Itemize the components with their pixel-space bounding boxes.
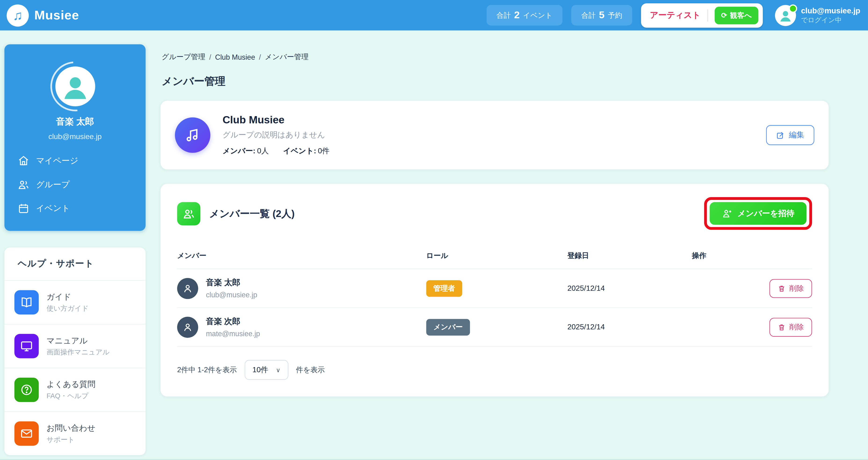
sidebar-item-events[interactable]: イベント (18, 203, 132, 214)
person-plus-icon (722, 208, 733, 219)
column-header-role: ロール (426, 251, 567, 261)
refresh-icon: ⟳ (721, 11, 727, 19)
member-table: メンバー ロール 登録日 操作 音楽 太郎 c (160, 242, 829, 347)
help-item-subtitle: 使い方ガイド (46, 304, 89, 313)
group-music-icon (175, 117, 210, 153)
main-content: グループ管理 / Club Musiee / メンバー管理 メンバー管理 Clu… (160, 44, 829, 455)
sidebar-item-label: イベント (36, 203, 70, 214)
reservations-total-badge[interactable]: 合計 5 予約 (571, 5, 632, 26)
delete-button-label: 削除 (789, 322, 804, 332)
role-switcher: アーティスト ⟳ 観客へ (641, 3, 763, 27)
help-item-faq[interactable]: よくある質問 FAQ・ヘルプ (4, 368, 146, 411)
member-list-title: メンバー一覧 (2人) (209, 207, 704, 220)
help-item-title: マニュアル (46, 335, 110, 346)
registration-date: 2025/12/14 (567, 284, 692, 292)
edit-pencil-icon (776, 131, 784, 139)
member-avatar (177, 316, 198, 338)
page-title: メンバー管理 (162, 74, 829, 89)
table-row: 音楽 次郎 mate@musiee.jp メンバー 2025/12/14 削除 (177, 308, 812, 347)
person-icon (182, 283, 193, 294)
group-name: Club Musiee (222, 114, 766, 126)
switch-label: 観客へ (730, 10, 752, 20)
member-avatar (177, 278, 198, 299)
group-member-label: メンバー: (222, 147, 255, 155)
help-item-subtitle: 画面操作マニュアル (46, 347, 110, 357)
current-role-label: アーティスト (650, 10, 701, 21)
table-header-row: メンバー ロール 登録日 操作 (177, 242, 812, 269)
breadcrumb-separator: / (259, 53, 261, 61)
group-event-label: イベント: (283, 147, 316, 155)
help-item-subtitle: FAQ・ヘルプ (46, 391, 95, 401)
invite-member-button[interactable]: メンバーを招待 (710, 202, 807, 225)
chevron-down-icon: ∨ (276, 366, 280, 374)
column-header-member: メンバー (177, 251, 426, 261)
invite-button-label: メンバーを招待 (737, 208, 794, 219)
edit-button-label: 編集 (789, 130, 804, 140)
stat-suffix: 予約 (608, 10, 622, 20)
pagination-bar: 2件中 1-2件を表示 10件 ∨ 件を表示 (160, 347, 829, 392)
group-description: グループの説明はありません (222, 130, 766, 140)
help-item-title: よくある質問 (46, 379, 95, 390)
stat-suffix: イベント (523, 10, 553, 20)
delete-member-button[interactable]: 削除 (770, 279, 812, 298)
monitor-icon (14, 334, 39, 358)
account-avatar (775, 5, 796, 26)
column-header-date: 登録日 (567, 251, 692, 261)
stat-prefix: 合計 (581, 10, 596, 20)
brand-name: Musiee (34, 8, 79, 23)
help-item-subtitle: サポート (46, 435, 95, 444)
brand-logo-group[interactable]: ♫ Musiee (6, 4, 79, 26)
column-header-actions: 操作 (692, 251, 812, 261)
member-list-card: メンバー一覧 (2人) メンバーを招待 メンバー ロール 登録日 (160, 184, 829, 396)
sidebar: 音楽 太郎 club@musiee.jp マイページ グループ イベント (4, 44, 146, 455)
profile-card: 音楽 太郎 club@musiee.jp マイページ グループ イベント (4, 44, 146, 231)
registration-date: 2025/12/14 (567, 323, 692, 331)
breadcrumb-group-management[interactable]: グループ管理 (162, 52, 206, 62)
help-section-title: ヘルプ・サポート (4, 247, 146, 280)
members-icon (177, 202, 200, 225)
sidebar-nav: マイページ グループ イベント (17, 153, 133, 219)
profile-name: 音楽 太郎 (17, 116, 133, 128)
person-icon (182, 321, 193, 332)
edit-group-button[interactable]: 編集 (766, 125, 814, 145)
invite-button-highlight-area: メンバーを招待 (704, 197, 812, 230)
sidebar-item-mypage[interactable]: マイページ (18, 155, 132, 167)
account-email: club@musiee.jp (801, 6, 860, 16)
help-item-title: お問い合わせ (46, 423, 95, 433)
group-event-value: 0件 (318, 147, 330, 155)
trash-icon (778, 323, 785, 331)
table-row: 音楽 太郎 club@musiee.jp 管理者 2025/12/14 削除 (177, 269, 812, 308)
musiee-logo-icon: ♫ (6, 4, 29, 26)
breadcrumb-club-musiee[interactable]: Club Musiee (215, 53, 255, 61)
per-page-select[interactable]: 10件 ∨ (245, 360, 288, 380)
breadcrumb-member-management[interactable]: メンバー管理 (265, 52, 309, 62)
pagination-summary: 2件中 1-2件を表示 (177, 365, 237, 375)
profile-email: club@musiee.jp (17, 132, 133, 141)
stat-value: 2 (514, 9, 520, 21)
sidebar-item-label: グループ (36, 179, 70, 190)
switch-to-audience-button[interactable]: ⟳ 観客へ (714, 6, 758, 24)
delete-member-button[interactable]: 削除 (770, 318, 812, 336)
member-name: 音楽 次郎 (206, 316, 260, 327)
stat-value: 5 (599, 9, 604, 21)
help-item-contact[interactable]: お問い合わせ サポート (4, 411, 146, 455)
account-menu[interactable]: club@musiee.jp でログイン中 (775, 5, 860, 26)
group-stats: メンバー:0人 イベント:0件 (222, 146, 766, 156)
app-root: ♫ Musiee 合計 2 イベント 合計 5 予約 アーティスト ⟳ 観客へ (0, 0, 868, 460)
calendar-icon (18, 203, 30, 214)
pagination-suffix: 件を表示 (296, 365, 325, 375)
member-name: 音楽 太郎 (206, 277, 257, 288)
person-icon (61, 72, 89, 101)
delete-button-label: 削除 (789, 283, 804, 293)
member-email: club@musiee.jp (206, 291, 257, 299)
events-total-badge[interactable]: 合計 2 イベント (487, 5, 563, 26)
account-status: でログイン中 (801, 16, 860, 24)
trash-icon (778, 284, 785, 292)
question-icon (14, 377, 39, 402)
breadcrumb: グループ管理 / Club Musiee / メンバー管理 (162, 52, 829, 62)
member-email: mate@musiee.jp (206, 329, 260, 338)
sidebar-item-groups[interactable]: グループ (18, 179, 132, 190)
top-header: ♫ Musiee 合計 2 イベント 合計 5 予約 アーティスト ⟳ 観客へ (0, 0, 868, 30)
help-item-guide[interactable]: ガイド 使い方ガイド (4, 280, 146, 324)
help-item-manual[interactable]: マニュアル 画面操作マニュアル (4, 324, 146, 368)
